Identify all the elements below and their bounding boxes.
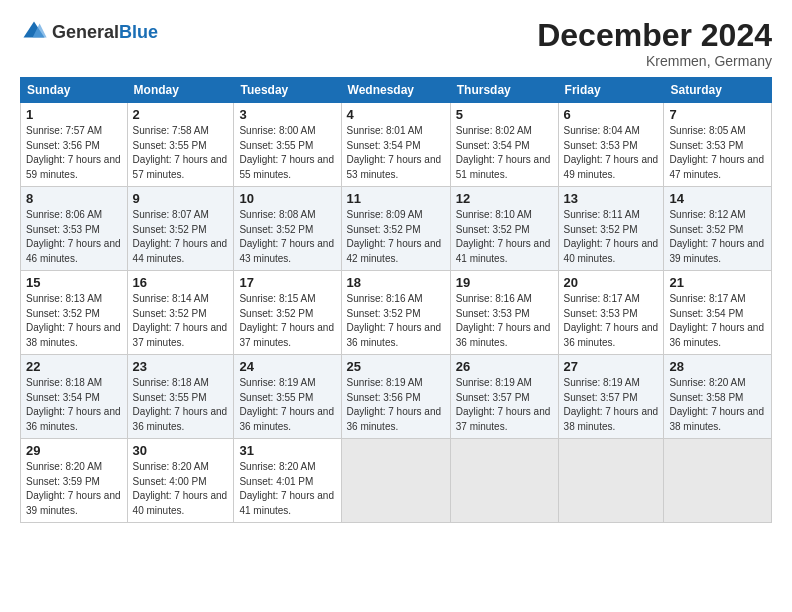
day-info: Sunrise: 8:07 AMSunset: 3:52 PMDaylight:…	[133, 209, 228, 264]
day-info: Sunrise: 8:13 AMSunset: 3:52 PMDaylight:…	[26, 293, 121, 348]
day-number: 2	[133, 107, 229, 122]
calendar-cell: 29 Sunrise: 8:20 AMSunset: 3:59 PMDaylig…	[21, 439, 128, 523]
calendar-cell: 28 Sunrise: 8:20 AMSunset: 3:58 PMDaylig…	[664, 355, 772, 439]
day-number: 15	[26, 275, 122, 290]
calendar-cell: 30 Sunrise: 8:20 AMSunset: 4:00 PMDaylig…	[127, 439, 234, 523]
calendar-week-row-4: 22 Sunrise: 8:18 AMSunset: 3:54 PMDaylig…	[21, 355, 772, 439]
calendar-cell: 10 Sunrise: 8:08 AMSunset: 3:52 PMDaylig…	[234, 187, 341, 271]
day-number: 29	[26, 443, 122, 458]
calendar-cell: 8 Sunrise: 8:06 AMSunset: 3:53 PMDayligh…	[21, 187, 128, 271]
calendar-cell: 25 Sunrise: 8:19 AMSunset: 3:56 PMDaylig…	[341, 355, 450, 439]
day-info: Sunrise: 8:01 AMSunset: 3:54 PMDaylight:…	[347, 125, 442, 180]
day-number: 12	[456, 191, 553, 206]
day-number: 6	[564, 107, 659, 122]
calendar-week-row-5: 29 Sunrise: 8:20 AMSunset: 3:59 PMDaylig…	[21, 439, 772, 523]
calendar-cell: 5 Sunrise: 8:02 AMSunset: 3:54 PMDayligh…	[450, 103, 558, 187]
header-friday: Friday	[558, 78, 664, 103]
day-info: Sunrise: 8:20 AMSunset: 4:01 PMDaylight:…	[239, 461, 334, 516]
logo-blue: Blue	[119, 22, 158, 42]
calendar-cell: 15 Sunrise: 8:13 AMSunset: 3:52 PMDaylig…	[21, 271, 128, 355]
calendar-cell: 18 Sunrise: 8:16 AMSunset: 3:52 PMDaylig…	[341, 271, 450, 355]
calendar-cell: 26 Sunrise: 8:19 AMSunset: 3:57 PMDaylig…	[450, 355, 558, 439]
day-info: Sunrise: 8:19 AMSunset: 3:55 PMDaylight:…	[239, 377, 334, 432]
month-title: December 2024	[537, 18, 772, 53]
day-number: 10	[239, 191, 335, 206]
day-number: 17	[239, 275, 335, 290]
day-info: Sunrise: 7:58 AMSunset: 3:55 PMDaylight:…	[133, 125, 228, 180]
calendar-cell: 6 Sunrise: 8:04 AMSunset: 3:53 PMDayligh…	[558, 103, 664, 187]
header-thursday: Thursday	[450, 78, 558, 103]
calendar-cell: 4 Sunrise: 8:01 AMSunset: 3:54 PMDayligh…	[341, 103, 450, 187]
header-tuesday: Tuesday	[234, 78, 341, 103]
title-block: December 2024 Kremmen, Germany	[537, 18, 772, 69]
day-info: Sunrise: 8:19 AMSunset: 3:56 PMDaylight:…	[347, 377, 442, 432]
calendar-table: Sunday Monday Tuesday Wednesday Thursday…	[20, 77, 772, 523]
day-info: Sunrise: 8:06 AMSunset: 3:53 PMDaylight:…	[26, 209, 121, 264]
calendar-cell: 23 Sunrise: 8:18 AMSunset: 3:55 PMDaylig…	[127, 355, 234, 439]
day-info: Sunrise: 8:05 AMSunset: 3:53 PMDaylight:…	[669, 125, 764, 180]
calendar-cell	[664, 439, 772, 523]
day-number: 3	[239, 107, 335, 122]
day-info: Sunrise: 8:14 AMSunset: 3:52 PMDaylight:…	[133, 293, 228, 348]
day-number: 4	[347, 107, 445, 122]
days-header-row: Sunday Monday Tuesday Wednesday Thursday…	[21, 78, 772, 103]
day-info: Sunrise: 8:20 AMSunset: 3:58 PMDaylight:…	[669, 377, 764, 432]
day-number: 1	[26, 107, 122, 122]
calendar-cell: 16 Sunrise: 8:14 AMSunset: 3:52 PMDaylig…	[127, 271, 234, 355]
day-info: Sunrise: 8:19 AMSunset: 3:57 PMDaylight:…	[456, 377, 551, 432]
day-number: 20	[564, 275, 659, 290]
calendar-cell: 20 Sunrise: 8:17 AMSunset: 3:53 PMDaylig…	[558, 271, 664, 355]
calendar-cell	[341, 439, 450, 523]
calendar-week-row-1: 1 Sunrise: 7:57 AMSunset: 3:56 PMDayligh…	[21, 103, 772, 187]
calendar-cell: 14 Sunrise: 8:12 AMSunset: 3:52 PMDaylig…	[664, 187, 772, 271]
day-number: 28	[669, 359, 766, 374]
day-number: 11	[347, 191, 445, 206]
calendar-cell: 21 Sunrise: 8:17 AMSunset: 3:54 PMDaylig…	[664, 271, 772, 355]
day-number: 22	[26, 359, 122, 374]
header-sunday: Sunday	[21, 78, 128, 103]
day-info: Sunrise: 7:57 AMSunset: 3:56 PMDaylight:…	[26, 125, 121, 180]
day-number: 30	[133, 443, 229, 458]
day-number: 16	[133, 275, 229, 290]
header: GeneralBlue December 2024 Kremmen, Germa…	[20, 18, 772, 69]
header-wednesday: Wednesday	[341, 78, 450, 103]
location: Kremmen, Germany	[537, 53, 772, 69]
calendar-cell	[450, 439, 558, 523]
day-info: Sunrise: 8:08 AMSunset: 3:52 PMDaylight:…	[239, 209, 334, 264]
calendar-cell: 22 Sunrise: 8:18 AMSunset: 3:54 PMDaylig…	[21, 355, 128, 439]
day-info: Sunrise: 8:17 AMSunset: 3:54 PMDaylight:…	[669, 293, 764, 348]
day-info: Sunrise: 8:02 AMSunset: 3:54 PMDaylight:…	[456, 125, 551, 180]
header-saturday: Saturday	[664, 78, 772, 103]
calendar-cell: 13 Sunrise: 8:11 AMSunset: 3:52 PMDaylig…	[558, 187, 664, 271]
header-monday: Monday	[127, 78, 234, 103]
calendar-cell: 27 Sunrise: 8:19 AMSunset: 3:57 PMDaylig…	[558, 355, 664, 439]
logo-icon	[20, 18, 48, 46]
day-info: Sunrise: 8:04 AMSunset: 3:53 PMDaylight:…	[564, 125, 659, 180]
logo-text: GeneralBlue	[52, 23, 158, 41]
calendar-cell: 12 Sunrise: 8:10 AMSunset: 3:52 PMDaylig…	[450, 187, 558, 271]
day-number: 31	[239, 443, 335, 458]
day-number: 7	[669, 107, 766, 122]
logo: GeneralBlue	[20, 18, 158, 46]
day-number: 14	[669, 191, 766, 206]
calendar-week-row-3: 15 Sunrise: 8:13 AMSunset: 3:52 PMDaylig…	[21, 271, 772, 355]
logo-general: General	[52, 22, 119, 42]
day-number: 9	[133, 191, 229, 206]
page: GeneralBlue December 2024 Kremmen, Germa…	[0, 0, 792, 533]
day-number: 26	[456, 359, 553, 374]
calendar-week-row-2: 8 Sunrise: 8:06 AMSunset: 3:53 PMDayligh…	[21, 187, 772, 271]
calendar-cell: 11 Sunrise: 8:09 AMSunset: 3:52 PMDaylig…	[341, 187, 450, 271]
day-info: Sunrise: 8:18 AMSunset: 3:55 PMDaylight:…	[133, 377, 228, 432]
day-info: Sunrise: 8:17 AMSunset: 3:53 PMDaylight:…	[564, 293, 659, 348]
day-info: Sunrise: 8:16 AMSunset: 3:53 PMDaylight:…	[456, 293, 551, 348]
day-number: 5	[456, 107, 553, 122]
calendar-cell: 19 Sunrise: 8:16 AMSunset: 3:53 PMDaylig…	[450, 271, 558, 355]
calendar-cell: 2 Sunrise: 7:58 AMSunset: 3:55 PMDayligh…	[127, 103, 234, 187]
calendar-cell: 1 Sunrise: 7:57 AMSunset: 3:56 PMDayligh…	[21, 103, 128, 187]
day-info: Sunrise: 8:19 AMSunset: 3:57 PMDaylight:…	[564, 377, 659, 432]
day-number: 18	[347, 275, 445, 290]
day-number: 8	[26, 191, 122, 206]
day-info: Sunrise: 8:00 AMSunset: 3:55 PMDaylight:…	[239, 125, 334, 180]
day-number: 24	[239, 359, 335, 374]
day-info: Sunrise: 8:12 AMSunset: 3:52 PMDaylight:…	[669, 209, 764, 264]
